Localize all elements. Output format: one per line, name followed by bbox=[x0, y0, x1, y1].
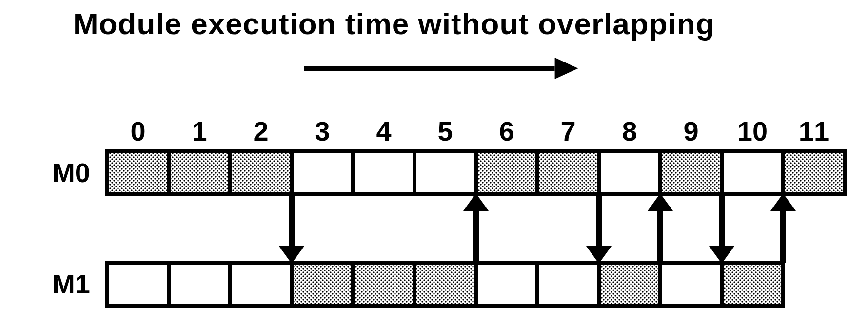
column-numbers: 01234567891011 bbox=[130, 116, 829, 146]
cell-m1-4 bbox=[353, 263, 414, 306]
transition-arrows bbox=[279, 193, 796, 264]
diagram-svg: Module execution time without overlappin… bbox=[0, 0, 868, 332]
transition-arrow-1 bbox=[463, 193, 489, 263]
transition-arrow-5 bbox=[770, 193, 796, 263]
diagram-root: Module execution time without overlappin… bbox=[0, 0, 868, 332]
cell-m1-2 bbox=[230, 263, 292, 306]
row-labels: M0M1 bbox=[52, 157, 90, 299]
cell-m0-6 bbox=[476, 151, 537, 194]
cell-m1-5 bbox=[414, 263, 476, 306]
col-num-3: 3 bbox=[315, 116, 330, 146]
col-num-4: 4 bbox=[376, 116, 391, 146]
cell-m0-3 bbox=[292, 151, 353, 194]
col-num-9: 9 bbox=[683, 116, 698, 146]
cell-m1-9 bbox=[660, 263, 722, 306]
transition-arrow-4 bbox=[709, 194, 734, 264]
transition-arrow-2 bbox=[586, 194, 612, 264]
time-arrow bbox=[304, 58, 578, 79]
col-num-1: 1 bbox=[192, 116, 207, 146]
cell-m0-8 bbox=[599, 151, 660, 194]
row-label-m1: M1 bbox=[52, 269, 90, 299]
cell-m1-7 bbox=[537, 263, 599, 306]
cell-m0-0 bbox=[107, 151, 169, 194]
cell-m1-8 bbox=[599, 263, 660, 306]
cell-m0-10 bbox=[722, 151, 783, 194]
col-num-2: 2 bbox=[253, 116, 268, 146]
cell-m0-9 bbox=[660, 151, 722, 194]
cell-m1-0 bbox=[107, 263, 169, 306]
cell-m0-7 bbox=[537, 151, 599, 194]
cell-m0-1 bbox=[169, 151, 230, 194]
cell-m0-4 bbox=[353, 151, 414, 194]
col-num-10: 10 bbox=[737, 116, 768, 146]
col-num-7: 7 bbox=[560, 116, 575, 146]
cell-m1-1 bbox=[169, 263, 230, 306]
col-num-11: 11 bbox=[799, 116, 829, 146]
col-num-8: 8 bbox=[622, 116, 637, 146]
cell-m0-11 bbox=[783, 151, 845, 194]
col-num-0: 0 bbox=[130, 116, 145, 146]
diagram-title: Module execution time without overlappin… bbox=[73, 7, 715, 41]
col-num-6: 6 bbox=[499, 116, 514, 146]
cell-m0-5 bbox=[414, 151, 476, 194]
cell-m1-6 bbox=[476, 263, 537, 306]
title-text: Module execution time without overlappin… bbox=[73, 7, 715, 41]
cell-m0-2 bbox=[230, 151, 292, 194]
transition-arrow-0 bbox=[279, 194, 304, 264]
row-m0 bbox=[107, 151, 845, 194]
transition-arrow-3 bbox=[648, 193, 673, 263]
row-m1 bbox=[107, 263, 783, 306]
col-num-5: 5 bbox=[437, 116, 453, 146]
cell-m1-3 bbox=[292, 263, 353, 306]
time-arrow-head bbox=[555, 58, 578, 79]
row-label-m0: M0 bbox=[52, 157, 90, 188]
cell-m1-10 bbox=[722, 263, 783, 306]
